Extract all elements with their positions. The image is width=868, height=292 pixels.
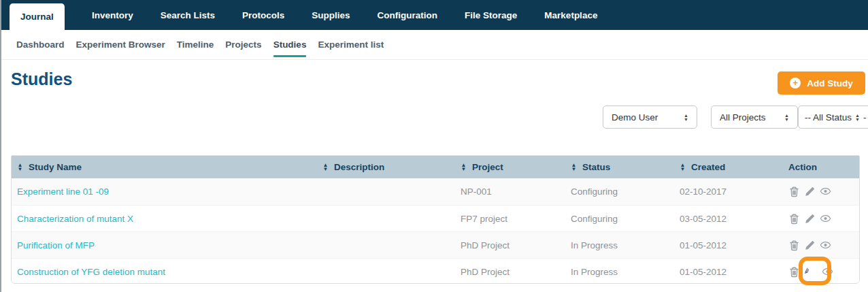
add-study-button[interactable]: + Add Study <box>778 71 865 95</box>
status-filter-value: -- All Status <box>805 112 852 123</box>
subnav-item-studies[interactable]: Studies <box>273 39 307 50</box>
view-icon[interactable] <box>820 240 831 251</box>
sort-down-glyph: ▼ <box>571 167 577 171</box>
nav-item-inventory[interactable]: Inventory <box>92 10 133 20</box>
spinner-up-glyph: ▲ <box>855 114 860 117</box>
delete-icon[interactable] <box>788 266 800 278</box>
sort-icon[interactable]: ▲▼ <box>680 163 686 171</box>
project-cell: PhD Project <box>455 267 565 277</box>
spinner-down-glyph: ▼ <box>855 118 860 121</box>
created-cell: 01-05-2012 <box>674 267 783 277</box>
plus-circle-icon: + <box>790 78 801 88</box>
project-cell: PhD Project <box>455 240 565 250</box>
action-cell <box>783 186 859 197</box>
delete-icon[interactable] <box>788 186 800 197</box>
column-header-project[interactable]: ▲▼ Project <box>455 162 565 172</box>
column-header-label: Action <box>788 162 817 172</box>
table-row: Experiment line 01 -09 NP-001 Configurin… <box>12 178 859 205</box>
project-cell: FP7 project <box>455 214 565 224</box>
spinner-down-glyph: ▼ <box>684 118 688 121</box>
study-link[interactable]: Characterization of mutant X <box>17 214 133 224</box>
view-icon[interactable] <box>820 213 831 225</box>
action-cell <box>783 213 859 225</box>
nav-item-search-lists[interactable]: Search Lists <box>161 10 215 20</box>
action-cell <box>783 266 859 278</box>
view-icon[interactable] <box>820 186 831 197</box>
subnav-item-experiment-list[interactable]: Experiment list <box>318 39 384 50</box>
page-title: Studies <box>11 69 72 89</box>
project-filter-value: All Projects <box>720 112 784 123</box>
sort-icon[interactable]: ▲▼ <box>17 163 23 171</box>
nav-item-protocols[interactable]: Protocols <box>242 10 284 20</box>
nav-tab-journal[interactable]: Journal <box>10 3 65 30</box>
add-study-button-label: Add Study <box>807 78 853 88</box>
subnav-item-dashboard[interactable]: Dashboard <box>16 39 65 50</box>
user-filter-value: Demo User <box>612 112 684 123</box>
nav-item-configuration[interactable]: Configuration <box>378 10 437 20</box>
spinner-up-glyph: ▲ <box>684 114 688 117</box>
sort-icon[interactable]: ▲▼ <box>461 163 467 171</box>
table-header-row: ▲▼ Study Name ▲▼ Description ▲▼ Project … <box>12 156 859 178</box>
select-spinner-icon: ▲ ▼ <box>784 114 789 121</box>
created-cell: 03-05-2012 <box>674 214 783 224</box>
subnav-item-timeline[interactable]: Timeline <box>177 39 214 50</box>
column-header-label: Study Name <box>29 162 82 172</box>
select-spinner-icon: ▲ ▼ <box>855 114 860 121</box>
edit-icon[interactable] <box>804 213 816 225</box>
created-cell: 01-05-2012 <box>674 240 783 250</box>
delete-icon[interactable] <box>788 240 800 251</box>
sort-down-glyph: ▼ <box>323 167 329 171</box>
column-header-status[interactable]: ▲▼ Status <box>565 162 674 172</box>
column-header-label: Description <box>334 162 384 172</box>
status-cell: Configuring <box>565 214 674 224</box>
user-filter-select[interactable]: Demo User ▲ ▼ <box>603 106 697 129</box>
status-filter-clipped-text: - <box>863 112 867 123</box>
delete-icon[interactable] <box>788 213 800 225</box>
study-name-cell: Purification of MFP <box>12 240 317 250</box>
status-cell: In Progress <box>565 267 674 277</box>
study-name-cell: Experiment line 01 -09 <box>12 186 317 197</box>
sort-down-glyph: ▼ <box>680 167 686 171</box>
action-cell <box>783 240 859 251</box>
column-header-label: Project <box>472 162 503 172</box>
table-row: Construction of YFG deletion mutant PhD … <box>12 258 859 284</box>
nav-item-file-storage[interactable]: File Storage <box>465 10 517 20</box>
study-link[interactable]: Construction of YFG deletion mutant <box>17 267 165 277</box>
column-header-created[interactable]: ▲▼ Created <box>674 162 783 172</box>
view-icon[interactable] <box>822 266 833 278</box>
subnav-item-experiment-browser[interactable]: Experiment Browser <box>76 39 165 50</box>
edit-icon[interactable] <box>804 186 816 197</box>
project-filter-select[interactable]: All Projects ▲ ▼ <box>711 106 798 129</box>
sort-icon[interactable]: ▲▼ <box>322 163 329 171</box>
column-header-action: Action <box>783 162 859 172</box>
spinner-up-glyph: ▲ <box>784 114 789 117</box>
study-name-cell: Construction of YFG deletion mutant <box>12 267 317 277</box>
table-row: Purification of MFP PhD Project In Progr… <box>12 231 859 258</box>
study-link[interactable]: Purification of MFP <box>17 240 95 250</box>
top-navigation: Journal Inventory Search Lists Protocols… <box>1 0 868 30</box>
created-cell: 02-10-2017 <box>674 186 783 197</box>
studies-table: ▲▼ Study Name ▲▼ Description ▲▼ Project … <box>11 155 860 284</box>
nav-item-supplies[interactable]: Supplies <box>312 10 350 20</box>
column-header-study-name[interactable]: ▲▼ Study Name <box>12 162 317 172</box>
sort-down-glyph: ▼ <box>18 167 23 171</box>
spinner-down-glyph: ▼ <box>784 118 789 121</box>
study-name-cell: Characterization of mutant X <box>12 214 317 224</box>
sub-navigation: Dashboard Experiment Browser Timeline Pr… <box>1 30 868 60</box>
sort-down-glyph: ▼ <box>461 167 467 171</box>
nav-item-marketplace[interactable]: Marketplace <box>544 10 597 20</box>
column-header-label: Created <box>691 162 725 172</box>
status-cell: In Progress <box>565 240 674 250</box>
column-header-description[interactable]: ▲▼ Description <box>317 162 455 172</box>
study-link[interactable]: Experiment line 01 -09 <box>17 186 109 197</box>
edit-icon[interactable] <box>804 240 816 251</box>
table-row: Characterization of mutant X FP7 project… <box>12 205 859 231</box>
edit-icon-partial[interactable] <box>804 266 809 274</box>
status-filter-select[interactable]: -- All Status ▲ ▼ - <box>798 106 868 129</box>
project-cell: NP-001 <box>455 186 565 197</box>
subnav-item-projects[interactable]: Projects <box>225 39 261 50</box>
select-spinner-icon: ▲ ▼ <box>684 114 688 121</box>
column-header-label: Status <box>582 162 610 172</box>
status-cell: Configuring <box>565 186 674 197</box>
sort-icon[interactable]: ▲▼ <box>571 163 577 171</box>
